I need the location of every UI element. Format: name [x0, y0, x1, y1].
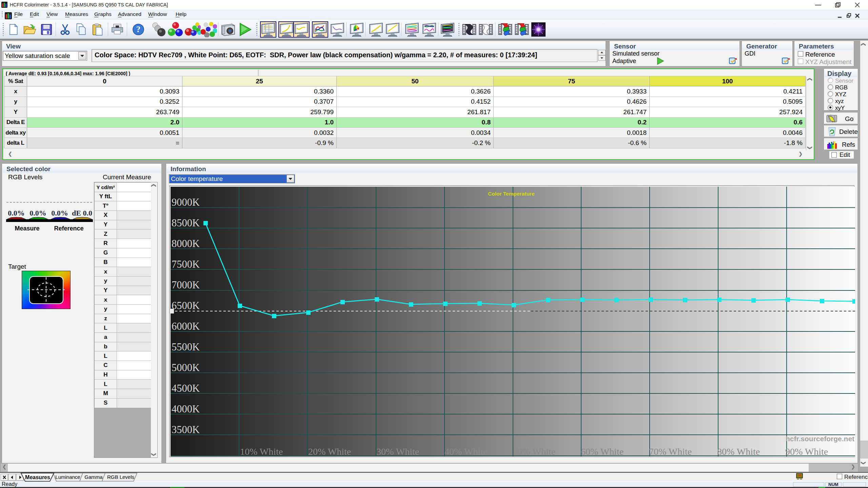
svg-text:70% White: 70% White — [649, 446, 692, 456]
svg-text:8000K: 8000K — [172, 238, 200, 249]
svg-text:6000K: 6000K — [172, 321, 200, 332]
svg-text:4000K: 4000K — [172, 403, 200, 415]
svg-text:hcfr.sourceforge.net: hcfr.sourceforge.net — [786, 435, 854, 443]
svg-text:7000K: 7000K — [172, 279, 200, 291]
svg-text:4500K: 4500K — [172, 383, 200, 394]
svg-text:6500K: 6500K — [172, 300, 200, 311]
svg-text:Luminance: Luminance — [55, 474, 80, 480]
svg-text:9000K: 9000K — [172, 197, 200, 208]
svg-text:?: ? — [136, 25, 141, 34]
svg-text:Gamma: Gamma — [84, 474, 103, 480]
svg-text:Measures: Measures — [25, 474, 50, 480]
svg-text:RGB Levels: RGB Levels — [107, 474, 134, 480]
svg-text:7500K: 7500K — [172, 259, 200, 270]
svg-text:80% White: 80% White — [717, 446, 760, 456]
svg-text:60% White: 60% White — [581, 446, 624, 456]
svg-text:20% White: 20% White — [308, 446, 351, 456]
svg-text:90% White: 90% White — [785, 446, 828, 456]
svg-text:8500K: 8500K — [172, 217, 200, 229]
svg-text:5500K: 5500K — [172, 341, 200, 353]
svg-text:Color Temperature: Color Temperature — [488, 191, 535, 197]
svg-text:40% White: 40% White — [445, 446, 487, 456]
svg-text:10% White: 10% White — [240, 446, 283, 456]
svg-text:50% White: 50% White — [513, 446, 555, 456]
svg-text:3500K: 3500K — [172, 424, 200, 435]
svg-text:30% White: 30% White — [376, 446, 419, 456]
svg-text:5000K: 5000K — [172, 362, 200, 373]
